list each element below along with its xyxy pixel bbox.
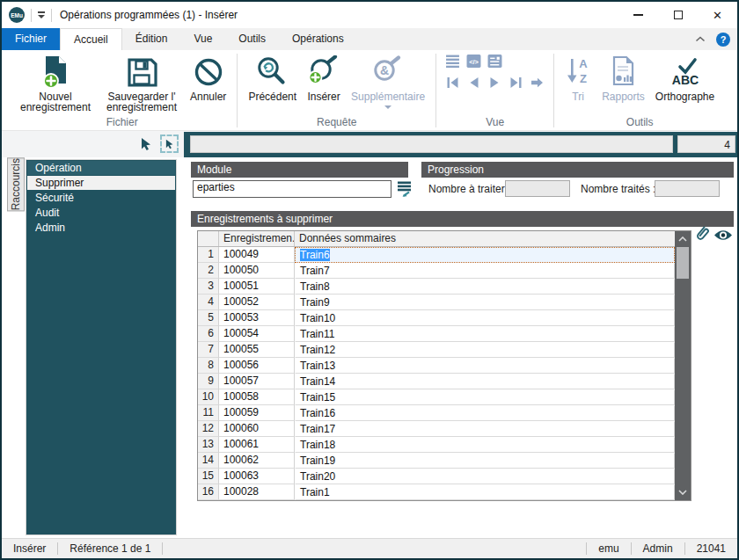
close-button[interactable]: ✕ [698,2,737,28]
record-cell[interactable]: 100056 [219,358,295,374]
scrollbar-thumb[interactable] [677,247,689,279]
record-cell[interactable]: 100050 [219,263,295,279]
summary-cell[interactable]: Train12 [295,342,675,358]
record-cell[interactable]: 100057 [219,374,295,389]
scroll-up-icon[interactable] [675,232,691,246]
collapse-ribbon-icon[interactable] [695,36,706,42]
record-cell[interactable]: 100028 [219,484,295,500]
row-number-cell[interactable]: 16 [198,484,219,500]
row-number-cell[interactable]: 5 [198,310,219,326]
row-number-cell[interactable]: 4 [198,295,219,310]
summary-cell[interactable]: Train9 [295,295,675,310]
record-cell[interactable]: 100060 [219,421,295,437]
record-cell[interactable]: 100051 [219,279,295,295]
ribbon-tab[interactable]: Fichier [2,28,60,50]
summary-cell[interactable]: Train8 [295,279,675,295]
ribbon-tab[interactable]: Édition [122,28,181,50]
maximize-button[interactable] [658,2,698,28]
record-cell[interactable]: 100053 [219,310,295,326]
record-cell[interactable]: 100054 [219,326,295,342]
summary-cell[interactable]: Train6 [295,247,675,263]
row-number-cell[interactable]: 15 [198,469,219,484]
record-cell[interactable]: 100059 [219,405,295,421]
sidebar-item[interactable]: Audit [27,206,175,220]
records-table: Enregistremen... Données sommaires 1 100… [197,230,691,501]
table-row: 3 100051 Train8 [198,279,675,295]
record-cell[interactable]: 100061 [219,437,295,453]
save-record-button[interactable]: Sauvegarder l' enregistrement [100,53,183,113]
summary-cell[interactable]: Train19 [295,453,675,469]
row-number-cell[interactable]: 13 [198,437,219,453]
record-column-header[interactable]: Enregistremen... [219,231,295,246]
sidebar-vertical-tab[interactable]: Raccourcis [7,157,25,211]
record-cell[interactable]: 100062 [219,453,295,469]
summary-cell[interactable]: Train14 [295,374,675,389]
sort-field[interactable] [190,135,673,153]
spellcheck-button[interactable]: ABC Orthographe [652,53,718,102]
summary-cell[interactable]: Train20 [295,469,675,484]
select-cursor-icon[interactable] [140,137,153,151]
row-number-cell[interactable]: 7 [198,342,219,358]
ribbon-tab[interactable]: Accueil [60,28,122,50]
module-section-header: Module [191,162,408,178]
select-all-icon[interactable] [160,135,179,153]
record-cell[interactable]: 100058 [219,389,295,405]
sidebar-item[interactable]: Opération [27,161,175,175]
ribbon-tab[interactable]: Outils [225,28,279,50]
sidebar-item[interactable]: Admin [27,221,175,235]
row-number-cell[interactable]: 3 [198,279,219,295]
summary-cell[interactable]: Train10 [295,310,675,326]
insert-button[interactable]: Insérer [304,53,344,102]
view-attachment-icon[interactable] [713,229,733,242]
app-window: EMu Opérations programmées (1) - Insérer… [0,0,739,560]
ribbon-tab[interactable]: Vue [180,28,225,50]
lookup-list-icon[interactable] [396,180,413,199]
row-number-header[interactable] [198,231,219,246]
record-cell[interactable]: 100052 [219,295,295,310]
quick-access-dropdown-icon[interactable] [38,11,45,18]
record-cell[interactable]: 100049 [219,247,295,263]
record-cell[interactable]: 100055 [219,342,295,358]
emu-logo-icon[interactable]: EMu [9,7,25,23]
table-scrollbar[interactable] [675,231,691,500]
sidebar-item[interactable]: Sécurité [27,191,175,205]
row-number-cell[interactable]: 6 [198,326,219,342]
next-record-icon [487,76,502,90]
previous-query-button[interactable]: Précédent [245,53,300,102]
sidebar-item[interactable]: Supprimer [27,176,175,190]
reports-button: Rapports [598,53,648,102]
summary-cell[interactable]: Train17 [295,421,675,437]
row-number-cell[interactable]: 2 [198,263,219,279]
summary-cell[interactable]: Train11 [295,326,675,342]
summary-cell[interactable]: Train13 [295,358,675,374]
row-number-cell[interactable]: 1 [198,247,219,263]
row-number-cell[interactable]: 11 [198,405,219,421]
summary-text: Train8 [300,280,330,293]
help-button[interactable]: ? [716,33,730,47]
cancel-button[interactable]: Annuler [187,53,230,102]
summary-cell[interactable]: Train1 [295,484,675,500]
table-row: 1 100049 Train6 [198,247,675,263]
new-record-button[interactable]: Nouvel enregistrement [14,53,97,113]
row-number-cell[interactable]: 8 [198,358,219,374]
status-item: Admin [631,542,684,555]
summary-column-header[interactable]: Données sommaires [295,231,675,246]
row-number-cell[interactable]: 12 [198,421,219,437]
scroll-down-icon[interactable] [675,485,691,499]
summary-text: Train16 [300,407,335,419]
row-number-cell[interactable]: 14 [198,453,219,469]
summary-cell[interactable]: Train16 [295,405,675,421]
minimize-button[interactable] [618,2,658,28]
summary-cell[interactable]: Train7 [295,263,675,279]
module-input[interactable]: eparties [193,180,391,198]
attachment-icon[interactable] [693,224,712,244]
table-row: 13 100061 Train18 [198,437,675,453]
table-row: 11 100059 Train16 [198,405,675,421]
row-number-cell[interactable]: 10 [198,389,219,405]
summary-cell[interactable]: Train18 [295,437,675,453]
ribbon-tab[interactable]: Opérations [279,28,357,50]
summary-cell[interactable]: Train15 [295,389,675,405]
row-number-cell[interactable]: 9 [198,374,219,389]
divider [31,9,32,22]
record-cell[interactable]: 100063 [219,469,295,484]
